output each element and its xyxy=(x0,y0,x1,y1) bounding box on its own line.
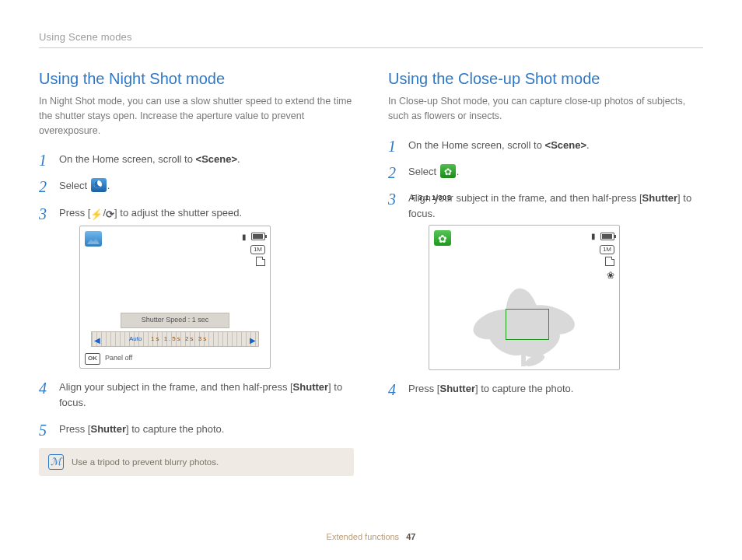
step-2: Select . xyxy=(388,164,703,180)
sd-card-icon xyxy=(605,257,614,266)
signal-icon: ▮ xyxy=(242,231,247,243)
step-5: Press [Shutter] to capture the photo. xyxy=(39,422,354,437)
footer-page-number: 47 xyxy=(406,532,415,541)
step-2: Select . xyxy=(39,178,354,194)
battery-icon xyxy=(600,233,614,240)
step-1-scene: <Scene> xyxy=(545,139,587,151)
steps-closeup: On the Home screen, scroll to <Scene>. S… xyxy=(388,138,703,397)
step-5-text-c: ] to capture the photo. xyxy=(126,423,224,435)
page-footer: Extended functions 47 xyxy=(0,532,742,541)
tip-box: ℳ Use a tripod to prevent blurry photos. xyxy=(39,448,354,476)
footer-section: Extended functions xyxy=(327,532,400,541)
heading-night-shot: Using the Night Shot mode xyxy=(39,70,354,88)
step-5-text-a: Press [ xyxy=(59,423,90,435)
lcd-preview-night: ▮ 1M Shutter Speed : 1 sec ◀▶ Auto xyxy=(79,226,271,369)
closeup-mode-icon xyxy=(440,164,456,178)
mode-badge-closeup-icon xyxy=(434,230,451,246)
ruler-marks: 1s 1.5s 2s 3s xyxy=(151,334,208,344)
panel-off-label: Panel off xyxy=(105,353,132,364)
heading-closeup: Using the Close-up Shot mode xyxy=(388,70,703,88)
night-shot-mode-icon xyxy=(91,178,107,192)
content-columns: Using the Night Shot mode In Night Shot … xyxy=(39,70,703,476)
exposure-readout: F 3.1 1/30S xyxy=(411,193,452,204)
size-pill: 1M xyxy=(600,245,614,254)
focus-rectangle xyxy=(506,309,549,340)
step-1-text-c: . xyxy=(586,139,590,151)
step-4-text-a: Press [ xyxy=(408,383,439,394)
lcd-preview-closeup: F 3.1 1/30S ▮ 1M ❀ xyxy=(429,225,620,370)
mode-badge-night-icon xyxy=(85,231,102,247)
step-5-shutter: Shutter xyxy=(90,423,126,435)
tip-icon: ℳ xyxy=(48,454,64,470)
step-4-text-c: ] to capture the photo. xyxy=(475,383,573,394)
step-3-text-b: ] to adjust the shutter speed. xyxy=(114,207,242,219)
step-1-text-a: On the Home screen, scroll to xyxy=(59,153,196,165)
step-3: Align your subject in the frame, and the… xyxy=(388,191,703,370)
svg-rect-5 xyxy=(521,339,526,366)
tip-text: Use a tripod to prevent blurry photos. xyxy=(72,457,219,467)
left-column: Using the Night Shot mode In Night Shot … xyxy=(39,70,354,476)
battery-icon xyxy=(251,233,265,240)
ok-button-icon: OK xyxy=(85,353,100,364)
timer-icon: ⟳ xyxy=(106,207,114,222)
step-3-shutter: Shutter xyxy=(642,192,678,204)
intro-night-shot: In Night Shot mode, you can use a slow s… xyxy=(39,94,354,138)
step-4: Align your subject in the frame, and the… xyxy=(39,380,354,411)
steps-night-shot: On the Home screen, scroll to <Scene>. S… xyxy=(39,152,354,437)
step-1: On the Home screen, scroll to <Scene>. xyxy=(388,138,703,153)
signal-icon: ▮ xyxy=(591,230,596,243)
ruler-auto: Auto xyxy=(129,334,142,344)
intro-closeup: In Close-up Shot mode, you can capture c… xyxy=(388,94,703,124)
step-4: Press [Shutter] to capture the photo. xyxy=(388,381,703,397)
step-1-text-a: On the Home screen, scroll to xyxy=(408,139,545,151)
step-2-text: Select xyxy=(59,180,90,191)
step-1-scene: <Scene> xyxy=(196,153,238,165)
flash-icon: ⚡ xyxy=(90,207,103,222)
step-1-text-c: . xyxy=(237,153,240,165)
shutter-speed-label: Shutter Speed : 1 sec xyxy=(121,313,229,328)
breadcrumb: Using Scene modes xyxy=(39,31,703,48)
step-1: On the Home screen, scroll to <Scene>. xyxy=(39,152,354,167)
sd-card-icon xyxy=(256,257,265,266)
step-3: Press [⚡/⟳] to adjust the shutter speed.… xyxy=(39,205,354,369)
size-pill: 1M xyxy=(250,245,265,254)
step-3-text-a: Press [ xyxy=(59,207,90,219)
step-4-text-a: Align your subject in the frame, and the… xyxy=(59,381,293,393)
right-column: Using the Close-up Shot mode In Close-up… xyxy=(388,70,703,476)
step-4-shutter: Shutter xyxy=(293,381,329,393)
shutter-speed-ruler: ◀▶ Auto 1s 1.5s 2s 3s xyxy=(91,331,259,347)
step-4-shutter: Shutter xyxy=(439,383,475,394)
step-2-text: Select xyxy=(408,166,439,177)
